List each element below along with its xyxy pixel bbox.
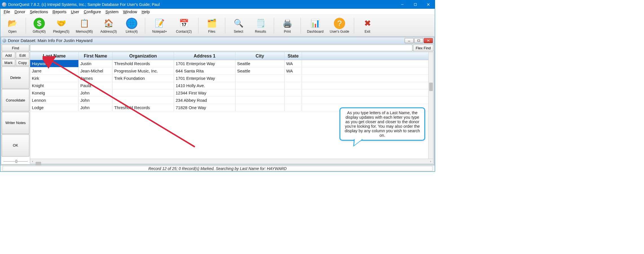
flex-find-button[interactable]: Flex Find bbox=[413, 45, 433, 51]
chart-icon: 📊 bbox=[310, 18, 321, 29]
menu-configure[interactable]: Configure bbox=[81, 10, 103, 14]
menu-window[interactable]: Window bbox=[121, 10, 139, 14]
table-row[interactable]: KirkJamesTrek Foundation1701 Enterprise … bbox=[30, 75, 428, 82]
toolbar-pledges-label: Pledges(5) bbox=[53, 30, 69, 34]
toolbar-separator bbox=[301, 18, 301, 34]
consolidate-button[interactable]: Consolidate bbox=[2, 89, 29, 111]
scroll-right-arrow-icon[interactable]: › bbox=[428, 159, 433, 164]
column-header[interactable]: Address 1 bbox=[174, 52, 235, 60]
toolbar-links-label: Links(4) bbox=[126, 30, 138, 34]
toolbar-gifts-label: Gifts(40) bbox=[33, 30, 46, 34]
help-callout-text: As you type letters of a Last Name, the … bbox=[345, 111, 420, 138]
column-header[interactable]: Organization bbox=[113, 52, 174, 60]
titlebar-text: DonorQuest 7.8.2, (c) Intrepid Systems, … bbox=[8, 2, 396, 7]
cell bbox=[113, 97, 174, 104]
grid-header-row: Last NameFirst NameOrganizationAddress 1… bbox=[30, 52, 428, 60]
copy-button[interactable]: Copy bbox=[16, 59, 29, 66]
notepad-icon: 📝 bbox=[154, 18, 165, 29]
cell: John bbox=[79, 104, 113, 111]
column-header[interactable]: City bbox=[235, 52, 284, 60]
cell: WA bbox=[284, 67, 302, 74]
toolbar-links[interactable]: 🌐Links(4) bbox=[122, 16, 142, 35]
toolbar-memos[interactable]: 📋Memos(95) bbox=[73, 16, 95, 35]
toolbar-open[interactable]: 📂Open bbox=[3, 16, 22, 35]
toolbar-address[interactable]: 🏠Address(3) bbox=[98, 16, 120, 35]
toolbar-users-guide[interactable]: ?User's Guide bbox=[328, 16, 350, 35]
toolbar-results[interactable]: 🗒️Results bbox=[251, 16, 270, 35]
cell: John bbox=[79, 97, 113, 104]
column-header[interactable]: State bbox=[284, 52, 302, 60]
cell bbox=[113, 89, 174, 96]
table-row[interactable]: LennonJohn234 Abbey Road bbox=[30, 97, 428, 104]
toolbar-separator bbox=[274, 18, 274, 34]
svg-rect-1 bbox=[414, 3, 416, 6]
cell bbox=[284, 97, 302, 104]
table-row[interactable]: HaywardJustinThreshold Records1701 Enter… bbox=[30, 60, 428, 67]
house-icon: 🏠 bbox=[103, 18, 114, 29]
toolbar-address-label: Address(3) bbox=[100, 30, 117, 34]
cell bbox=[235, 97, 284, 104]
table-row[interactable]: KnightPaula1410 Holly Ave. bbox=[30, 82, 428, 89]
zoom-slider[interactable] bbox=[2, 159, 29, 164]
maximize-button[interactable] bbox=[409, 0, 422, 9]
toolbar-exit[interactable]: ✖Exit bbox=[358, 16, 377, 35]
cell: John bbox=[79, 89, 113, 96]
cell: WA bbox=[284, 60, 302, 67]
cell: Justin bbox=[79, 60, 113, 67]
child-maximize-button[interactable] bbox=[414, 38, 423, 43]
cell: 1410 Holly Ave. bbox=[174, 82, 235, 89]
cell: 1701 Enterprise Way bbox=[174, 75, 235, 82]
cell bbox=[284, 89, 302, 96]
handshake-icon: 🤝 bbox=[56, 18, 67, 29]
cell: Knight bbox=[30, 82, 79, 89]
column-header[interactable]: Last Name bbox=[30, 52, 79, 60]
cell bbox=[284, 104, 302, 111]
add-button[interactable]: Add bbox=[2, 52, 15, 59]
statusbar: Record 12 of 25; 0 Record(s) Marked. Sea… bbox=[0, 165, 435, 171]
close-button[interactable] bbox=[422, 0, 435, 9]
menu-system[interactable]: System bbox=[103, 10, 121, 14]
toolbar-contact[interactable]: 📅Contact(2) bbox=[173, 16, 195, 35]
menu-donor[interactable]: Donor bbox=[12, 10, 28, 14]
help-callout: As you type letters of a Last Name, the … bbox=[339, 107, 425, 141]
child-close-button[interactable] bbox=[424, 38, 433, 43]
minimize-button[interactable] bbox=[396, 0, 409, 9]
writer-notes-button[interactable]: Writer Notes bbox=[2, 112, 29, 134]
cell: Koneig bbox=[30, 89, 79, 96]
delete-button[interactable]: Delete bbox=[2, 67, 29, 89]
column-header[interactable]: First Name bbox=[79, 52, 113, 60]
child-minimize-button[interactable] bbox=[405, 38, 414, 43]
toolbar-notepad[interactable]: 📝Notepad+ bbox=[149, 16, 171, 35]
child-window-icon bbox=[2, 39, 6, 43]
menu-file[interactable]: File bbox=[1, 10, 12, 14]
table-row[interactable]: JarreJean-MichelProgressive Music, Inc.6… bbox=[30, 67, 428, 75]
toolbar-files[interactable]: 🗂️Files bbox=[202, 16, 222, 35]
toolbar-memos-label: Memos(95) bbox=[76, 30, 93, 34]
menu-user[interactable]: User bbox=[69, 10, 81, 14]
titlebar: DonorQuest 7.8.2, (c) Intrepid Systems, … bbox=[0, 0, 435, 9]
close-x-icon: ✖ bbox=[362, 18, 373, 29]
horizontal-scrollbar[interactable]: ‹ › bbox=[30, 159, 433, 164]
toolbar-gifts[interactable]: $Gifts(40) bbox=[29, 16, 49, 35]
edit-button[interactable]: Edit bbox=[16, 52, 29, 59]
toolbar-dashboard-label: Dashboard bbox=[307, 30, 324, 34]
ok-button[interactable]: OK bbox=[2, 134, 29, 156]
menu-selections[interactable]: Selections bbox=[28, 10, 50, 14]
memo-icon: 📋 bbox=[79, 18, 90, 29]
find-button[interactable]: Find bbox=[2, 45, 29, 51]
toolbar-select-label: Select bbox=[234, 30, 243, 34]
toolbar-pledges[interactable]: 🤝Pledges(5) bbox=[51, 16, 71, 35]
cell bbox=[284, 75, 302, 82]
menu-help[interactable]: Help bbox=[139, 10, 152, 14]
menu-reports[interactable]: Reports bbox=[50, 10, 69, 14]
toolbar-print[interactable]: 🖨️Print bbox=[277, 16, 297, 35]
mark-button[interactable]: Mark bbox=[2, 59, 15, 66]
toolbar-select[interactable]: 🔍Select bbox=[229, 16, 248, 35]
scroll-left-arrow-icon[interactable]: ‹ bbox=[30, 159, 35, 164]
toolbar-separator bbox=[198, 18, 199, 34]
vertical-scrollbar[interactable] bbox=[428, 60, 433, 159]
search-input[interactable] bbox=[30, 45, 413, 51]
table-row[interactable]: KoneigJohn12344 First Way bbox=[30, 89, 428, 97]
cell bbox=[235, 89, 284, 96]
toolbar-dashboard[interactable]: 📊Dashboard bbox=[304, 16, 326, 35]
